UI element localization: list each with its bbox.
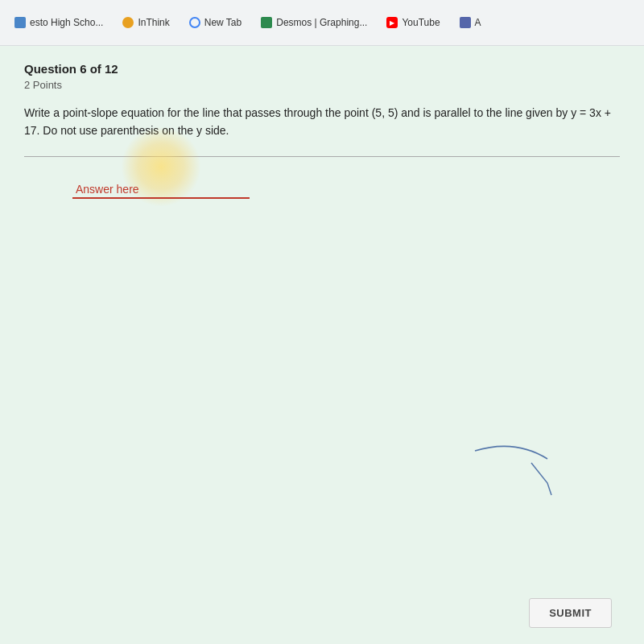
browser-bar: esto High Scho... InThink New Tab Desmos…	[0, 0, 644, 46]
tab-a-label: A	[475, 17, 481, 28]
tab-esto[interactable]: esto High Scho...	[6, 14, 111, 31]
tab-a[interactable]: A	[452, 14, 489, 31]
divider	[24, 156, 620, 157]
tab-inthink-label: InThink	[138, 17, 169, 28]
newtab-icon	[189, 17, 200, 28]
answer-input-wrapper	[72, 181, 250, 199]
tab-inthink[interactable]: InThink	[114, 14, 177, 31]
esto-icon	[14, 17, 26, 28]
tab-youtube[interactable]: ▶ YouTube	[378, 14, 448, 31]
question-text: Write a point-slope equation for the lin…	[24, 104, 620, 140]
question-number: Question 6 of 12	[24, 62, 620, 76]
a-icon	[460, 17, 471, 28]
points-label: 2 Points	[24, 79, 620, 91]
tab-esto-label: esto High Scho...	[30, 17, 103, 28]
tab-youtube-label: YouTube	[402, 17, 440, 28]
tab-desmos[interactable]: Desmos | Graphing...	[253, 14, 375, 31]
inthink-icon	[122, 17, 134, 28]
answer-input[interactable]	[72, 181, 250, 199]
main-content: Question 6 of 12 2 Points Write a point-…	[0, 46, 644, 644]
tab-newtab-label: New Tab	[204, 17, 242, 28]
youtube-icon: ▶	[386, 17, 398, 28]
submit-button[interactable]: SUBMIT	[529, 598, 612, 628]
tab-newtab[interactable]: New Tab	[181, 14, 250, 31]
tab-desmos-label: Desmos | Graphing...	[276, 17, 367, 28]
desmos-icon	[261, 17, 272, 28]
curve-decoration	[467, 435, 564, 499]
answer-section	[72, 181, 620, 199]
